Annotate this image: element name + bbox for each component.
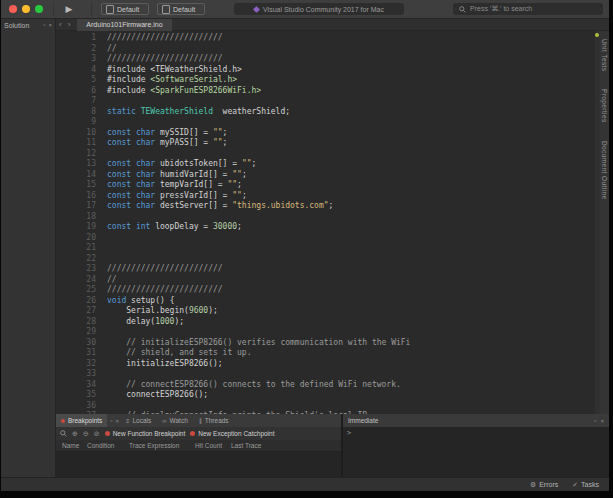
code-text: delay(1000); [107,317,184,328]
device-dropdown[interactable]: Default [157,3,205,15]
line-number: 5 [56,75,107,86]
code-line: 17const char destServer[] = "things.ubid… [56,201,595,212]
tasks-button[interactable]: ✓ Tasks [572,481,599,489]
line-number: 14 [56,170,107,181]
new-function-breakpoint-label: New Function Breakpoint [113,430,186,437]
immediate-input[interactable]: > [343,427,609,439]
disable-all-icon[interactable]: ⊖ [83,430,89,437]
code-line: 26void setup() { [56,296,595,307]
code-text: const char tempVarId[] = ""; [107,180,242,191]
dock-icon[interactable]: ▫ [43,22,45,28]
configuration-dropdown[interactable]: Default [101,3,149,15]
dock-icon[interactable]: ▫ [110,418,112,424]
nav-forward-icon[interactable]: › [65,19,74,31]
tab-arduino101firmware[interactable]: Arduino101Firmware.ino [77,19,171,31]
line-number: 22 [56,254,107,265]
line-number: 25 [56,285,107,296]
zoom-window-button[interactable] [35,5,43,13]
main-toolbar: ▶ Default Default Visual Studio Communit… [1,0,609,19]
code-line: 25//////////////////////// [56,285,595,296]
line-number: 10 [56,128,107,139]
search-breakpoints-icon[interactable] [60,430,67,437]
close-window-button[interactable] [9,5,17,13]
new-exception-catchpoint-button[interactable]: New Exception Catchpoint [190,430,274,437]
code-line: 9 [56,117,595,128]
code-line: 5#include <SoftwareSerial.h> [56,75,595,86]
vs-logo-icon [253,5,260,12]
code-text: //////////////////////// [107,33,223,44]
run-button[interactable]: ▶ [62,3,76,16]
code-text: // connectESP8266() connects to the defi… [107,380,401,391]
code-line: 23//////////////////////// [56,264,595,275]
dock-tab-document-outline[interactable]: Document Outline [601,141,608,199]
line-number: 33 [56,369,107,380]
configuration-icon [106,5,114,14]
errors-label: Errors [539,481,558,488]
close-icon[interactable]: × [115,418,119,424]
code-line: 36 [56,401,595,412]
nav-back-icon[interactable]: ‹ [56,19,65,31]
window-title: Visual Studio Community 2017 for Mac [234,3,404,15]
right-dock: Unit Tests Properties Document Outline [600,31,609,414]
solution-pad-title: Solution [4,22,40,29]
tab-locals[interactable]: ≡ Locals [122,417,155,424]
code-text: const char mySSID[] = ""; [107,128,227,139]
tab-threads[interactable]: ∥ Threads [195,417,233,424]
solution-pad-header: Solution ▫ × [1,19,55,31]
tab-watch[interactable]: ∞ Watch [158,417,191,424]
search-placeholder: Press '⌘.' to search [470,5,532,13]
line-number: 27 [56,306,107,317]
code-line: 32 initializeESP8266(); [56,359,595,370]
minimize-window-button[interactable] [22,5,30,13]
bottom-dock: Breakpoints ▫ × ≡ Locals ∞ Watch ∥ Threa… [56,414,609,477]
window-title-text: Visual Studio Community 2017 for Mac [263,6,384,13]
code-text: connectESP8266(); [107,390,208,401]
bottom-tabbar: Breakpoints ▫ × ≡ Locals ∞ Watch ∥ Threa… [56,414,341,427]
code-line: 2// [56,44,595,55]
code-line: 10const char mySSID[] = ""; [56,128,595,139]
close-icon[interactable]: × [600,418,604,424]
search-input[interactable]: Press '⌘.' to search [453,3,603,15]
line-number: 34 [56,380,107,391]
dock-tab-properties[interactable]: Properties [601,89,608,123]
line-number: 35 [56,390,107,401]
new-function-breakpoint-button[interactable]: New Function Breakpoint [105,430,186,437]
code-text: const char destServer[] = "things.ubidot… [107,201,333,212]
code-text: #include <TEWeatherShield.h> [107,65,242,76]
line-number: 9 [56,117,107,128]
threads-tab-label: Threads [205,417,229,424]
column-hit-count: Hit Count [195,442,222,449]
line-number: 23 [56,264,107,275]
tab-label: Arduino101Firmware.ino [86,21,162,28]
code-text: //////////////////////// [107,285,223,296]
enable-all-icon[interactable]: ⊕ [72,430,78,437]
line-number: 19 [56,222,107,233]
line-number: 8 [56,107,107,118]
breakpoints-table-body[interactable] [56,452,341,477]
close-icon[interactable]: × [48,22,52,28]
tab-breakpoints[interactable]: Breakpoints [56,414,107,427]
immediate-header: Immediate ▫ × [343,414,609,427]
code-line: 8static TEWeatherShield weatherShield; [56,107,595,118]
code-line: 24// [56,275,595,286]
line-number: 13 [56,159,107,170]
configuration-label: Default [117,6,139,13]
line-number: 1 [56,33,107,44]
immediate-prompt: > [347,429,351,437]
solution-sidebar: Solution ▫ × [1,19,56,477]
device-label: Default [173,6,195,13]
threads-icon: ∥ [199,418,202,424]
line-number: 15 [56,180,107,191]
dock-icon[interactable]: ▫ [594,418,596,424]
code-text: const char humidVarId[] = ""; [107,170,247,181]
clear-all-icon[interactable]: ⊘ [94,430,100,437]
errors-button[interactable]: ⚙ Errors [530,481,558,489]
dock-tab-unit-tests[interactable]: Unit Tests [601,39,608,71]
breakpoints-pad: Breakpoints ▫ × ≡ Locals ∞ Watch ∥ Threa… [56,414,341,477]
column-name: Name [62,442,79,449]
exception-catchpoint-icon [190,431,195,436]
line-number: 12 [56,149,107,160]
code-editor[interactable]: 1////////////////////////2//3///////////… [56,31,595,414]
editor-tabbar: ‹ › Arduino101Firmware.ino [56,19,609,31]
code-line: 3//////////////////////// [56,54,595,65]
